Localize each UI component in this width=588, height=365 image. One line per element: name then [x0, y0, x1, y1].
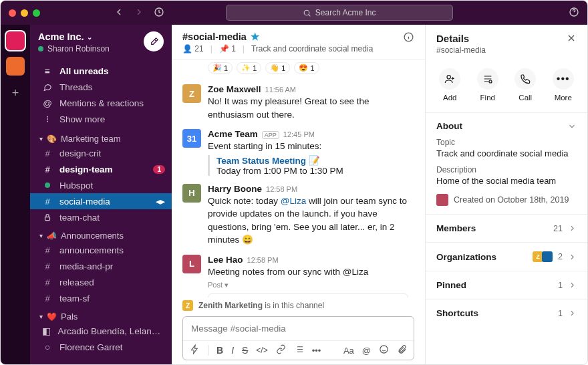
link-button[interactable]	[276, 344, 286, 356]
composer-input[interactable]	[183, 317, 414, 340]
message-author[interactable]: Acme Team	[208, 129, 258, 139]
minimize-window[interactable]	[21, 9, 28, 17]
message-lee: L Lee Hao12:58 PM Meeting notes from our…	[182, 251, 414, 297]
help-icon[interactable]	[569, 7, 579, 19]
list-button[interactable]	[294, 344, 304, 356]
main-content: #social-media★ 👤 21| 📌 1| Track and coor…	[172, 25, 426, 364]
svg-rect-3	[45, 217, 50, 221]
reaction[interactable]: 😍1	[294, 62, 319, 74]
chevron-right-icon	[568, 309, 577, 318]
mention-button[interactable]: @	[362, 346, 371, 356]
zoom-window[interactable]	[33, 9, 40, 17]
app-badge: APP	[262, 131, 279, 139]
members-row[interactable]: Members21	[426, 214, 587, 242]
channel-announcements[interactable]: #announcements	[30, 242, 172, 258]
history-back[interactable]	[114, 7, 124, 19]
reaction[interactable]: ✨1	[237, 62, 261, 74]
code-button[interactable]: </>	[256, 346, 267, 355]
about-section-header[interactable]: About	[436, 121, 577, 131]
italic-button[interactable]: I	[231, 345, 234, 356]
channel-media-and-pr[interactable]: #media-and-pr	[30, 258, 172, 274]
pinned-row[interactable]: Pinned1	[426, 271, 587, 299]
details-call[interactable]: Call	[514, 68, 536, 102]
channel-team-chat[interactable]: team-chat	[30, 209, 172, 225]
strike-button[interactable]: S	[242, 345, 248, 356]
nav-show-more[interactable]: ⁝Show more	[30, 111, 172, 127]
svg-point-5	[380, 346, 388, 353]
workspace-switcher-other[interactable]	[6, 57, 25, 76]
history-icon[interactable]	[154, 7, 164, 19]
message-author[interactable]: Zoe Maxwell	[208, 84, 261, 94]
dm-arcadio-leland[interactable]: ◧Arcadio Buendía, Leland Ygle...	[30, 323, 172, 339]
message-text: Meeting notes from our sync with @Liza	[208, 265, 414, 279]
details-find[interactable]: Find	[477, 68, 498, 102]
nav-all-unreads[interactable]: ≡All unreads	[30, 63, 172, 79]
pin-count[interactable]: 📌 1	[219, 44, 236, 53]
star-icon[interactable]: ★	[251, 31, 259, 42]
sidebar: Acme Inc.⌄ Sharon Robinson ≡All unreads …	[30, 25, 172, 364]
chevron-right-icon	[568, 224, 577, 233]
nav-threads[interactable]: Threads	[30, 79, 172, 95]
event-time: Today from 1:00 PM to 1:30 PM	[216, 166, 414, 176]
details-panel: Details #social-media Add Find Call •••M…	[426, 25, 587, 364]
description-value: Home of the social media team	[436, 176, 577, 186]
chevron-down-icon	[567, 122, 577, 131]
channel-title[interactable]: #social-media★	[182, 31, 373, 42]
avatar[interactable]: Z	[182, 84, 201, 103]
app-hubspot[interactable]: Hubspot	[30, 177, 172, 193]
channel-design-team[interactable]: #design-team1	[30, 161, 172, 177]
calendar-icon[interactable]: 31	[182, 129, 201, 148]
attach-button[interactable]	[397, 344, 407, 356]
details-more[interactable]: •••More	[553, 68, 574, 102]
message-time: 12:58 PM	[266, 185, 297, 193]
organizations-row[interactable]: OrganizationsZ2	[426, 242, 587, 271]
channel-team-sf[interactable]: #team-sf	[30, 290, 172, 306]
message-author[interactable]: Lee Hao	[208, 255, 243, 265]
message-text: Event starting in 15 minutes:	[208, 140, 414, 153]
event-title[interactable]: Team Status Meeting 📝	[216, 155, 414, 166]
section-pals-header[interactable]: ▾❤️Pals	[30, 306, 172, 323]
window-controls	[9, 9, 40, 17]
close-details[interactable]	[566, 33, 577, 45]
more-formatting[interactable]: •••	[312, 346, 321, 356]
channel-design-crit[interactable]: #design-crit	[30, 145, 172, 161]
reactions-row: 🎉1 ✨1 👋1 😍1	[208, 62, 414, 74]
channel-released[interactable]: #released	[30, 274, 172, 290]
close-window[interactable]	[9, 9, 16, 17]
history-forward[interactable]	[134, 7, 144, 19]
details-add[interactable]: Add	[439, 68, 460, 102]
section-announcements-header[interactable]: ▾📣Announcements	[30, 225, 172, 242]
section-marketing-header[interactable]: ▾🎨Marketing team	[30, 128, 172, 145]
reaction[interactable]: 🎉1	[208, 62, 233, 74]
mention[interactable]: @Liza	[281, 196, 306, 206]
chevron-right-icon	[568, 281, 577, 289]
message-time: 12:45 PM	[283, 130, 315, 138]
creator-avatar[interactable]	[436, 194, 448, 206]
channel-info-icon[interactable]	[403, 31, 414, 45]
search-input[interactable]: Search Acme Inc	[226, 5, 453, 21]
avatar[interactable]: H	[182, 184, 201, 203]
workspace-name[interactable]: Acme Inc.⌄	[38, 31, 110, 42]
post-menu[interactable]: Post ▾	[208, 281, 414, 289]
avatar[interactable]: L	[182, 255, 201, 273]
add-workspace[interactable]: +	[12, 86, 19, 100]
dm-florence[interactable]: ○Florence Garret	[30, 339, 172, 355]
channel-topic[interactable]: Track and coordinate social media	[251, 44, 373, 53]
message-composer: B I S </> ••• Aa @	[182, 316, 414, 360]
emoji-button[interactable]	[379, 344, 389, 356]
member-count[interactable]: 👤 21	[182, 44, 204, 53]
shared-channel-notice: Z Zenith Marketing is in this channel	[172, 297, 425, 316]
compose-button[interactable]	[144, 31, 164, 51]
search-icon	[303, 9, 311, 17]
nav-mentions[interactable]: @Mentions & reactions	[30, 95, 172, 111]
text-format-button[interactable]: Aa	[343, 346, 354, 356]
topic-value: Track and coordinate social media	[436, 148, 577, 158]
message-author[interactable]: Harry Boone	[208, 184, 262, 194]
flash-icon[interactable]	[190, 344, 200, 356]
message-acme-team: 31 Acme TeamAPP12:45 PM Event starting i…	[182, 125, 414, 180]
bold-button[interactable]: B	[216, 345, 223, 356]
channel-social-media[interactable]: #social-media◂▸	[30, 193, 172, 209]
workspace-switcher-acme[interactable]	[6, 31, 25, 50]
shortcuts-row[interactable]: Shortcuts1	[426, 299, 587, 327]
reaction[interactable]: 👋1	[265, 62, 290, 74]
